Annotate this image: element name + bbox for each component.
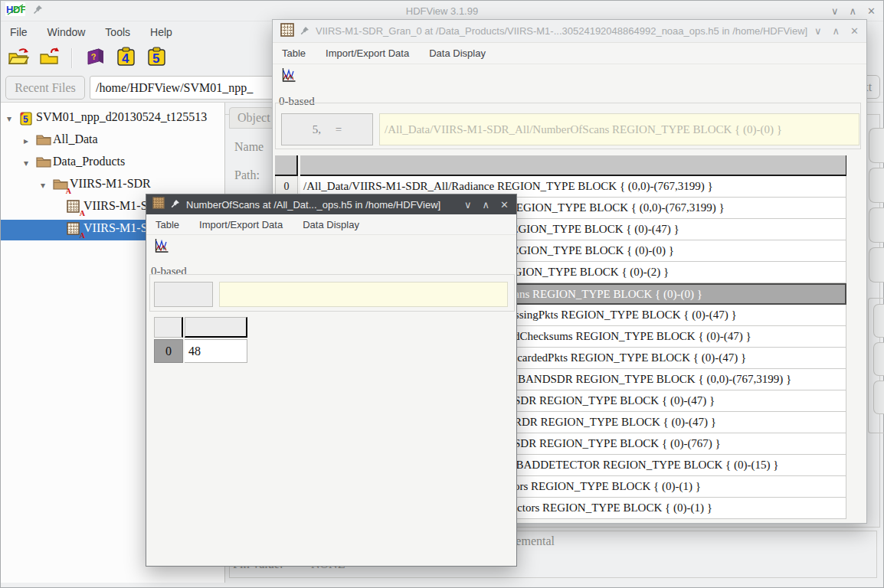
table-grid-icon — [280, 23, 294, 40]
recent-files-button[interactable]: Recent Files — [5, 76, 85, 100]
panel-button-fragment[interactable] — [869, 168, 884, 203]
menu-import-export[interactable]: Import/Export Data — [199, 219, 283, 230]
menu-help[interactable]: Help — [150, 26, 172, 38]
svg-text:4: 4 — [122, 51, 129, 66]
table-column-header[interactable] — [185, 317, 247, 338]
lineplot-icon[interactable] — [281, 67, 296, 86]
menu-table[interactable]: Table — [156, 219, 179, 230]
menu-file[interactable]: File — [10, 26, 28, 38]
panel-button-fragment[interactable] — [873, 342, 884, 376]
numberofscans-window: NumberOfScans at /All_Dat..._ops.h5 in /… — [146, 194, 517, 567]
folder-icon — [36, 133, 51, 149]
folder-icon: A — [53, 178, 68, 193]
menu-import-export[interactable]: Import/Export Data — [326, 47, 409, 59]
lineplot-icon[interactable] — [154, 238, 169, 256]
name-label: Name — [234, 140, 264, 154]
tree-item-viirs-m1-sdr[interactable]: ▾AVIIRS-M1-SDR — [1, 175, 225, 196]
table-column-header[interactable] — [300, 155, 846, 176]
expand-arrow-icon[interactable]: ▾ — [7, 113, 11, 124]
panel-button-fragment[interactable] — [869, 247, 884, 283]
expand-arrow-icon[interactable]: ▾ — [24, 158, 28, 168]
path-label: Path: — [234, 168, 260, 182]
close-file-icon[interactable] — [38, 46, 61, 70]
collapse-arrow-icon[interactable]: ▸ — [24, 136, 28, 146]
minimize-icon[interactable]: ∨ — [831, 6, 839, 16]
dataset-icon: A — [67, 200, 82, 215]
menu-table[interactable]: Table — [282, 47, 306, 59]
tree-item-label: SVM01_npp_d20130524_t125513 — [36, 110, 207, 124]
open-file-icon[interactable] — [7, 46, 30, 70]
menu-data-display[interactable]: Data Display — [429, 47, 486, 59]
cell-reference-field[interactable] — [154, 282, 213, 307]
minimize-icon[interactable]: ∨ — [814, 26, 822, 36]
tree-item-label: Data_Products — [53, 155, 125, 168]
maximize-icon[interactable]: ∧ — [483, 200, 490, 210]
panel-button-fragment[interactable] — [873, 381, 884, 414]
cell-reference-field[interactable]: 5, = — [281, 113, 373, 145]
numberofscans-menubar: Table Import/Export Data Data Display — [146, 214, 516, 235]
menu-window[interactable]: Window — [47, 26, 86, 38]
maximize-icon[interactable]: ∧ — [850, 6, 857, 16]
main-window-title: HDFView 3.1.99 — [1, 5, 883, 17]
toolbar-separator — [71, 48, 73, 68]
formula-field[interactable]: /All_Data/VIIRS-M1-SDR_All/NumberOfScans… — [379, 113, 859, 145]
panel-button-fragment[interactable] — [869, 128, 884, 163]
svg-text:5: 5 — [23, 114, 28, 125]
dataset-icon: A — [67, 222, 82, 237]
tree-item-svm01-npp-d20130524-t125513[interactable]: ▾5SVM01_npp_d20130524_t125513 — [1, 109, 225, 129]
gran0-window-title: VIIRS-M1-SDR_Gran_0 at /Data_Products/VI… — [316, 25, 807, 37]
formula-field[interactable] — [219, 282, 508, 307]
hdf5-icon[interactable]: 5 — [145, 46, 168, 70]
tab-object-info[interactable]: Object — [229, 107, 273, 129]
numberofscans-titlebar[interactable]: NumberOfScans at /All_Dat..._ops.h5 in /… — [146, 194, 516, 214]
table-grid-icon — [152, 197, 165, 212]
table-cell-value[interactable]: 48 — [185, 339, 247, 363]
help-book-icon[interactable]: ? — [83, 46, 106, 70]
minimize-icon[interactable]: ∨ — [464, 200, 472, 210]
maximize-icon[interactable]: ∧ — [833, 26, 840, 36]
hdf5-file-icon: 5 — [19, 111, 34, 126]
svg-text:5: 5 — [152, 51, 159, 66]
table-corner-header[interactable] — [154, 317, 183, 338]
folder-icon — [36, 155, 51, 171]
menu-tools[interactable]: Tools — [105, 26, 130, 38]
gran0-menubar: Table Import/Export Data Data Display — [273, 43, 866, 64]
tree-item-all-data[interactable]: ▸All_Data — [1, 131, 225, 152]
table-corner-header[interactable] — [275, 155, 298, 176]
panel-button-fragment[interactable] — [869, 207, 884, 243]
panel-button-fragment[interactable] — [873, 304, 884, 338]
tree-item-data-products[interactable]: ▾Data_Products — [1, 153, 225, 174]
close-icon[interactable]: ✕ — [867, 6, 876, 16]
pin-icon[interactable] — [300, 24, 309, 38]
numberofscans-window-title: NumberOfScans at /All_Dat..._ops.h5 in /… — [186, 199, 440, 211]
hdf4-icon[interactable]: 4 — [114, 46, 137, 70]
table-row-header[interactable]: 0 — [154, 339, 183, 363]
main-titlebar[interactable]: HDF HDFView 3.1.99 ∨ ∧ ✕ — [1, 1, 883, 21]
close-icon[interactable]: ✕ — [850, 26, 859, 36]
gran0-titlebar[interactable]: VIIRS-M1-SDR_Gran_0 at /Data_Products/VI… — [273, 20, 866, 43]
tree-item-label: All_Data — [53, 132, 98, 146]
tree-item-label: VIIRS-M1-SDR — [70, 177, 151, 191]
expand-arrow-icon[interactable]: ▾ — [41, 180, 45, 191]
menu-data-display[interactable]: Data Display — [303, 219, 359, 230]
pin-icon[interactable] — [171, 198, 180, 211]
close-icon[interactable]: ✕ — [500, 200, 509, 210]
